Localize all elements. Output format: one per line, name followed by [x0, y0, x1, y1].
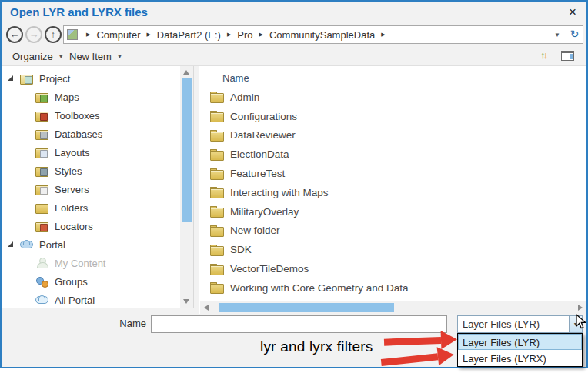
name-input[interactable] — [151, 315, 447, 333]
breadcrumb-label[interactable]: Pro — [235, 28, 255, 42]
navigation-row: ← → ↑ ▶ Computer ▶ DataPart2 (E:) ▶ Pro … — [2, 23, 586, 46]
tree-item[interactable]: Project — [2, 69, 179, 88]
open-lyr-dialog: Open LYR and LYRX files × ← → ↑ ▶ Comput… — [0, 0, 588, 368]
organize-button[interactable]: Organize ▼ — [8, 48, 68, 64]
folder-icon — [210, 264, 223, 275]
breadcrumb-label[interactable]: CommunitySampleData — [267, 28, 377, 42]
breadcrumb-separator-icon: ▶ — [256, 32, 267, 38]
chevron-down-icon: ▼ — [117, 54, 122, 59]
close-icon[interactable]: × — [564, 4, 581, 21]
tree-item-label: Toolboxes — [55, 110, 100, 122]
folder-icon — [210, 282, 223, 293]
tree-item-label: Groups — [55, 276, 88, 288]
sort-order-icon[interactable]: ↑↓ — [540, 49, 556, 63]
scroll-up-icon[interactable] — [183, 70, 189, 75]
title-bar: Open LYR and LYRX files × — [2, 2, 586, 23]
folder-row[interactable]: MilitaryOverlay — [199, 202, 586, 221]
scroll-down-icon[interactable] — [183, 299, 189, 304]
refresh-icon[interactable]: ↻ — [566, 26, 583, 43]
folder-row[interactable]: FeatureTest — [199, 164, 586, 183]
folder-icon — [210, 111, 223, 122]
tree-item-label: Portal — [39, 239, 65, 251]
all-portal-icon — [35, 294, 48, 306]
folder-row[interactable]: ElectionData — [199, 145, 586, 164]
tree-item-label: Maps — [55, 92, 79, 103]
tree-item[interactable]: All Portal — [2, 291, 179, 308]
folder-name: ElectionData — [230, 148, 289, 160]
breadcrumb-separator-icon: ▶ — [82, 32, 94, 38]
location-thumbnail-icon — [67, 29, 78, 40]
tree-item[interactable]: Styles — [2, 162, 179, 180]
scroll-right-icon[interactable] — [578, 305, 583, 311]
scroll-left-icon[interactable] — [204, 305, 209, 311]
breadcrumb-separator-icon: ▶ — [223, 32, 235, 38]
scrollbar-thumb[interactable] — [182, 78, 192, 222]
file-list-horizontal-scrollbar[interactable] — [200, 301, 586, 314]
folder-name: Working with Core Geometry and Data — [230, 282, 409, 294]
layouts-icon — [35, 146, 48, 158]
expander-icon[interactable] — [8, 75, 14, 82]
tree-item[interactable]: Groups — [2, 272, 179, 291]
sort-down-arrow-icon: ↓ — [543, 49, 546, 61]
breadcrumb-item[interactable]: DataPart2 (E:) ▶ — [155, 28, 235, 42]
tree-item-label: Folders — [55, 202, 88, 214]
folder-row[interactable]: Admin — [199, 88, 586, 107]
breadcrumb-item[interactable]: Computer ▶ — [94, 28, 154, 42]
tree-item[interactable]: Portal — [2, 235, 179, 254]
tree-item[interactable]: Maps — [2, 88, 179, 106]
tree-item[interactable]: Folders — [2, 198, 179, 217]
breadcrumb-label[interactable]: Computer — [94, 28, 142, 42]
folder-row[interactable]: Working with Core Geometry and Data — [199, 278, 586, 298]
maps-icon — [35, 91, 48, 103]
tree-item-label: All Portal — [55, 295, 95, 306]
styles-icon — [35, 165, 48, 177]
chevron-down-icon: ▼ — [58, 54, 64, 59]
tree-item-label: Databases — [55, 128, 102, 140]
expander-icon[interactable] — [8, 241, 14, 248]
tree-item[interactable]: My Content — [2, 254, 179, 272]
tree-item[interactable]: Databases — [2, 125, 179, 143]
tree-item[interactable]: Locators — [2, 217, 179, 235]
tree-item[interactable]: Toolboxes — [2, 106, 179, 125]
toolboxes-icon — [35, 109, 48, 122]
folder-name: FeatureTest — [230, 168, 285, 179]
address-bar[interactable]: ▶ Computer ▶ DataPart2 (E:) ▶ Pro ▶ Comm… — [63, 25, 583, 44]
tree-item[interactable]: Servers — [2, 180, 179, 198]
folder-row[interactable]: New folder — [199, 221, 586, 241]
forward-button[interactable]: → — [25, 26, 42, 43]
folder-icon — [210, 245, 223, 255]
new-item-button[interactable]: New Item ▼ — [65, 48, 127, 64]
folder-name: Configurations — [230, 111, 297, 122]
up-button[interactable]: ↑ — [45, 26, 62, 43]
scrollbar-thumb[interactable] — [219, 303, 394, 312]
folder-row[interactable]: SDK — [199, 240, 586, 259]
sidebar-tree: Project Maps Toolboxes Databases Lay — [2, 69, 179, 308]
folder-row[interactable]: DataReviewer — [199, 126, 586, 145]
tree-item-label: Styles — [55, 165, 82, 177]
folder-row[interactable]: Interacting with Maps — [199, 183, 586, 202]
filter-option[interactable]: Layer Files (LYR) — [458, 334, 582, 350]
breadcrumb-item[interactable]: Pro ▶ — [235, 28, 267, 42]
my-content-icon — [35, 257, 48, 269]
breadcrumb-label[interactable]: DataPart2 (E:) — [155, 28, 223, 42]
dialog-title: Open LYR and LYRX files — [10, 5, 148, 18]
folder-row[interactable]: Configurations — [199, 107, 586, 126]
filter-option-label: Layer Files (LYRX) — [463, 353, 546, 365]
folder-name: MilitaryOverlay — [230, 206, 299, 218]
back-button[interactable]: ← — [6, 26, 23, 43]
file-type-filter-combobox[interactable]: Layer Files (LYR) ▼ — [457, 315, 583, 333]
folder-icon — [210, 149, 223, 160]
filter-option[interactable]: Layer Files (LYRX) — [458, 350, 582, 366]
address-dropdown-icon[interactable]: ▼ — [549, 32, 566, 38]
tree-item[interactable]: Layouts — [2, 143, 179, 162]
annotation-text: lyr and lyrx filters — [260, 338, 373, 355]
file-list-pane: Name Admin Configurations DataReviewer E… — [199, 66, 586, 314]
sidebar-scrollbar[interactable] — [180, 66, 193, 308]
breadcrumb-item[interactable]: CommunitySampleData ▶ — [267, 28, 389, 42]
breadcrumb-separator-icon: ▶ — [142, 32, 154, 38]
name-column-header[interactable]: Name — [222, 72, 249, 84]
folder-row[interactable]: VectorTileDemos — [199, 259, 586, 278]
details-view-icon[interactable] — [561, 51, 574, 61]
name-field-label: Name — [79, 318, 146, 329]
folder-icon — [210, 187, 223, 198]
